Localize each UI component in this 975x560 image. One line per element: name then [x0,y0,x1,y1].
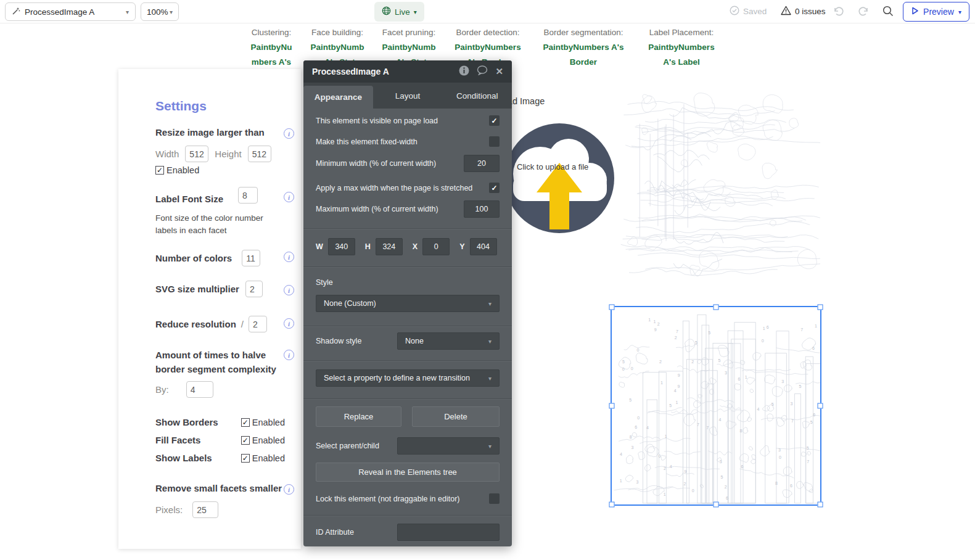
resize-handle-s[interactable] [714,502,719,508]
delete-button[interactable]: Delete [412,406,500,427]
height-input[interactable] [376,238,403,255]
svg-text:0: 0 [637,416,640,420]
width-input[interactable] [185,146,208,162]
divide-symbol: / [241,319,244,329]
svg-text:2: 2 [659,360,662,364]
preview-button[interactable]: Preview ▾ [903,2,969,22]
resize-handle-se[interactable] [818,502,823,508]
transition-dropdown[interactable]: Select a property to define a new transi… [316,369,500,387]
fill-facets-label: Fill Facets [155,435,200,445]
fill-facets-checkbox[interactable]: ✓ [241,436,250,445]
reduce-resolution-input[interactable] [249,316,267,332]
undo-icon[interactable] [831,4,845,18]
resize-handle-sw[interactable] [609,502,615,508]
show-borders-row: Show Borders ✓Enabled [155,417,285,427]
svg-text:8: 8 [630,435,632,439]
visible-on-load-checkbox[interactable]: ✓ [489,115,500,126]
svg-text:2: 2 [675,336,677,340]
comment-icon[interactable] [477,65,488,78]
close-icon[interactable]: ✕ [495,66,503,77]
selected-element-bounds[interactable]: 3916690237585520927571284346114446702153… [611,306,821,506]
width-input[interactable] [328,238,355,255]
id-attribute-input[interactable] [397,524,500,541]
svg-text:7: 7 [800,327,803,332]
svg-text:6: 6 [726,496,728,500]
svg-multiplier-input[interactable] [245,281,263,297]
svg-text:1: 1 [815,324,817,328]
svg-text:2: 2 [657,322,660,326]
top-toolbar: ProcessedImage A ▾ 100% ▾ Live ▾ Saved [0,0,975,23]
replace-button[interactable]: Replace [316,406,401,427]
svg-text:2: 2 [691,360,694,364]
height-input[interactable] [248,146,271,162]
issues-indicator[interactable]: 0 issues [781,6,826,17]
state-label-value: mbers A's [251,55,292,70]
resize-enabled-checkbox[interactable]: ✓ [155,166,164,175]
shadow-style-dropdown[interactable]: None▾ [397,332,500,350]
svg-text:1: 1 [763,326,765,331]
info-icon[interactable]: i [284,484,294,495]
svg-text:4: 4 [646,426,649,430]
min-width-input[interactable] [464,155,500,172]
element-selector-dropdown[interactable]: ProcessedImage A ▾ [5,2,136,21]
pixels-input[interactable] [192,501,218,518]
svg-text:4: 4 [674,389,677,393]
svg-text:0: 0 [659,454,661,458]
saved-status: Saved [730,6,767,17]
redo-icon[interactable] [857,4,871,18]
svg-text:4: 4 [719,418,722,422]
resize-handle-e[interactable] [818,403,823,409]
resize-handle-nw[interactable] [609,305,615,310]
y-label: Y [459,242,464,251]
svg-text:3: 3 [720,459,722,464]
style-dropdown[interactable]: None (Custom)▾ [316,295,500,312]
state-label-value: PaintbyNumbers [648,40,714,55]
svg-text:2: 2 [725,485,727,489]
dialog-header[interactable]: ProcessedImage A ✕ [303,60,512,83]
info-icon[interactable] [459,65,469,78]
number-of-colors-row: Number of colors [155,250,260,266]
max-width-toggle-checkbox[interactable]: ✓ [489,183,500,193]
parent-child-dropdown[interactable]: ▾ [397,437,500,455]
search-icon[interactable] [882,5,894,17]
lock-element-checkbox[interactable] [489,493,500,504]
tab-appearance[interactable]: Appearance [303,86,373,109]
info-icon[interactable]: i [284,350,294,360]
style-label: Style [316,278,333,287]
upload-file-icon[interactable] [504,123,614,233]
fixed-width-checkbox[interactable] [489,136,500,147]
resize-handle-ne[interactable] [818,305,823,310]
show-labels-checkbox[interactable]: ✓ [241,454,250,463]
resize-handle-n[interactable] [714,305,719,310]
play-icon [911,7,919,17]
x-input[interactable] [422,238,450,255]
info-icon[interactable]: i [284,318,294,329]
info-icon[interactable]: i [284,252,294,262]
svg-text:5: 5 [629,398,631,402]
info-icon[interactable]: i [284,285,294,295]
y-input[interactable] [470,238,497,255]
reveal-elements-tree-button[interactable]: Reveal in the Elements tree [316,463,500,482]
svg-text:5: 5 [695,340,697,345]
info-icon[interactable]: i [284,192,294,202]
tab-conditional[interactable]: Conditional [442,83,512,109]
max-width-input[interactable] [464,200,500,218]
lock-element-label: Lock this element (not draggable in edit… [316,495,459,503]
zoom-level-dropdown[interactable]: 100% ▾ [141,2,179,21]
svg-text:1: 1 [664,492,666,496]
live-environment-button[interactable]: Live ▾ [374,2,424,22]
tab-layout[interactable]: Layout [373,83,443,109]
info-icon[interactable]: i [284,128,294,139]
show-borders-checkbox[interactable]: ✓ [241,418,250,427]
state-label-value: A's Label [648,55,714,70]
label-font-size-input[interactable] [238,187,258,204]
svg-multiplier-label: SVG size multiplier [155,284,239,294]
number-of-colors-label: Number of colors [155,253,232,263]
svg-text:2: 2 [684,482,686,486]
number-of-colors-input[interactable] [242,250,260,266]
upload-hint-text[interactable]: Click to upload a file [517,162,588,171]
halve-by-input[interactable] [186,381,213,398]
resize-handle-w[interactable] [609,403,615,409]
resize-enabled-row: ✓ Enabled [155,165,199,175]
state-label-clustering: Clustering: PaintbyNu mbers A's [251,25,292,70]
